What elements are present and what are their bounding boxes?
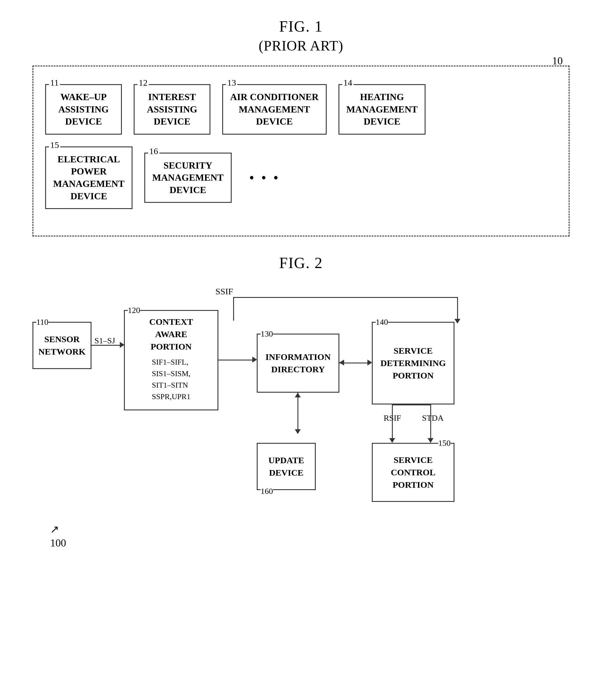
ssif-arrow-down [454,319,460,324]
info-to-update-line [297,393,298,431]
context-to-info-line [218,359,254,360]
device-16-label: 16 [148,145,159,157]
device-13-label: 13 [226,77,237,88]
sensor-network-box: 110 SENSORNETWORK [32,322,91,369]
device-14: 14 HEATINGMANAGEMENTDEVICE [339,84,426,134]
service-det-label: 140 [376,316,388,328]
device-13: 13 AIR CONDITIONERMANAGEMENTDEVICE [222,84,327,134]
info-to-update-arrow [295,429,301,434]
context-aware-label: 120 [128,304,140,316]
device-11-label: 11 [49,77,60,88]
fig1-title: FIG. 1 [24,18,578,35]
device-12: 12 INTERESTASSISTINGDEVICE [134,84,210,134]
information-directory-box: 130 INFORMATIONDIRECTORY [257,333,339,393]
info-to-service-arrow [367,359,372,366]
info-dir-text: INFORMATIONDIRECTORY [265,351,331,376]
update-device-box: 160 UPDATEDEVICE [257,443,316,490]
service-control-text: SERVICECONTROLPORTION [391,454,436,491]
device-12-text: INTERESTASSISTINGDEVICE [147,92,198,127]
fig2-container: SSIF 110 SENSORNETWORK S1–SJ 120 CONTEXT [32,286,570,552]
fig2-100-text: 100 [50,537,66,549]
fig1-row2: 15 ELECTRICALPOWERMANAGEMENTDEVICE 16 SE… [45,146,557,209]
rsif-stda-horizontal [392,404,431,405]
fig1-container: 10 11 WAKE–UPASSISTINGDEVICE 12 INTEREST… [32,66,570,236]
stda-label: STDA [422,413,444,423]
fig2-title: FIG. 2 [24,254,578,272]
fig1-label-10: 10 [552,55,563,67]
device-16-text: SECURITYMANAGEMENTDEVICE [152,160,224,195]
service-determining-box: 140 SERVICEDETERMININGPORTION [372,322,454,404]
stda-arrow [427,438,434,443]
device-14-label: 14 [342,77,354,88]
service-to-info-arrow [339,359,344,366]
context-to-info-arrow [252,357,257,362]
fig1-ellipsis: • • • [243,170,286,186]
ssif-right-vertical [457,297,458,321]
device-11-text: WAKE–UPASSISTINGDEVICE [58,92,109,127]
stda-line [430,404,431,440]
update-to-info-arrow [295,393,301,397]
sensor-network-label: 110 [36,316,48,328]
serv-det-to-control-line [392,404,393,440]
update-device-label: 160 [261,485,273,497]
label-100: ↗ 100 [50,523,66,549]
fig1-row1: 11 WAKE–UPASSISTINGDEVICE 12 INTERESTASS… [45,84,557,134]
device-15-label: 15 [49,139,60,151]
info-dir-label: 130 [261,328,273,340]
service-control-box: 150 SERVICECONTROLPORTION [372,443,454,502]
update-device-text: UPDATEDEVICE [268,454,304,479]
context-aware-sub: SIF1–SIFL,SIS1–SISM,SIT1–SITNSSPR,UPR1 [152,356,191,402]
serv-det-to-control-arrow [389,438,395,443]
ssif-horizontal-line [233,297,457,298]
device-13-text: AIR CONDITIONERMANAGEMENTDEVICE [230,92,319,127]
s1sj-label: S1–SJ [95,336,115,345]
device-12-label: 12 [137,77,149,88]
ssif-vertical-line [233,297,234,321]
device-11: 11 WAKE–UPASSISTINGDEVICE [45,84,122,134]
device-16: 16 SECURITYMANAGEMENTDEVICE [144,153,232,203]
ssif-label: SSIF [215,286,233,296]
fig1-section: FIG. 1 (PRIOR ART) 10 11 WAKE–UPASSISTIN… [24,18,578,236]
page: FIG. 1 (PRIOR ART) 10 11 WAKE–UPASSISTIN… [0,0,602,570]
fig2-section: FIG. 2 SSIF 110 SENSORNETWORK S1–SJ 120 [24,254,578,552]
context-aware-title: CONTEXTAWAREPORTION [149,316,193,353]
device-14-text: HEATINGMANAGEMENTDEVICE [346,92,418,127]
fig1-subtitle: (PRIOR ART) [24,38,578,54]
sensor-network-text: SENSORNETWORK [38,333,85,358]
context-aware-box: 120 CONTEXTAWAREPORTION SIF1–SIFL,SIS1–S… [124,310,218,410]
service-det-text: SERVICEDETERMININGPORTION [381,345,446,382]
service-control-label: 150 [438,437,451,449]
device-15: 15 ELECTRICALPOWERMANAGEMENTDEVICE [45,146,132,209]
device-15-text: ELECTRICALPOWERMANAGEMENTDEVICE [53,154,125,201]
